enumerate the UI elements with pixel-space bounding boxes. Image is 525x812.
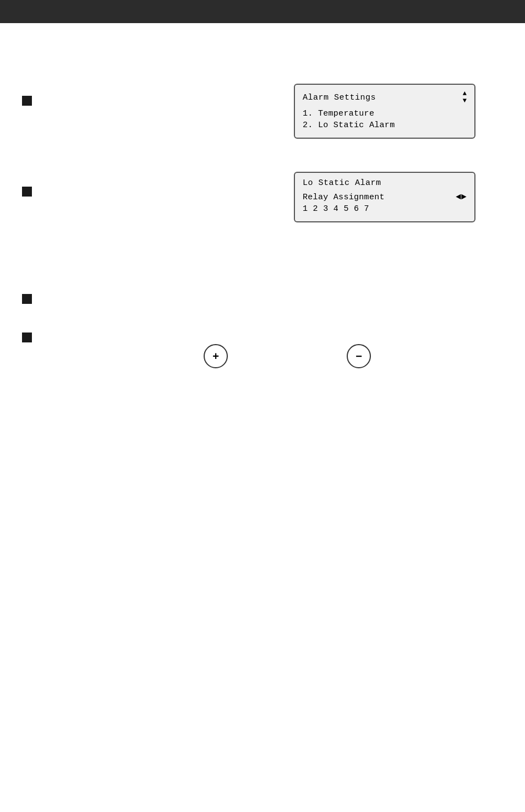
bullet-item-3 [22, 293, 37, 304]
plus-button[interactable]: + [204, 344, 228, 368]
minus-icon: − [356, 350, 362, 363]
bullet-square-1 [22, 96, 32, 106]
minus-button[interactable]: − [347, 344, 371, 368]
bullet-square-3 [22, 294, 32, 304]
lcd-row1-text: Temperature [313, 109, 375, 118]
lcd-bottom-title: Lo Static Alarm [303, 178, 381, 188]
scroll-down-arrow: ▼ [463, 97, 467, 105]
plus-icon: + [212, 350, 219, 363]
bullet-square-4 [22, 333, 32, 342]
lcd-top-header-row: Alarm Settings ▲ ▼ [303, 90, 467, 105]
lcd-top-row1: 1. Temperature [303, 109, 467, 118]
lcd-row2-text: Lo Static Alarm [313, 121, 395, 130]
relay-assignment-label: Relay Assignment [303, 193, 385, 202]
header-bar [0, 0, 525, 23]
scroll-arrows: ▲ ▼ [463, 90, 467, 105]
bullet-item-4 [22, 331, 37, 342]
lcd-bottom-row3: 1 2 3 4 5 6 7 [303, 204, 467, 214]
lcd-top-title: Alarm Settings [303, 93, 376, 102]
bullet-square-2 [22, 187, 32, 197]
lcd-row1-num: 1. [303, 109, 313, 118]
lcd-row2-num: 2. [303, 121, 313, 130]
lcd-bottom-row2: Relay Assignment ◄► [303, 192, 467, 202]
lcd-display-bottom: Lo Static Alarm Relay Assignment ◄► 1 2 … [294, 172, 475, 222]
lcd-bottom-header-row: Lo Static Alarm [303, 178, 467, 188]
lcd-display-top: Alarm Settings ▲ ▼ 1. Temperature 2. Lo … [294, 84, 475, 139]
bullet-item-1 [22, 95, 37, 106]
lr-arrows: ◄► [456, 192, 467, 202]
lcd-top-row2: 2. Lo Static Alarm [303, 121, 467, 130]
page-content: Alarm Settings ▲ ▼ 1. Temperature 2. Lo … [0, 23, 525, 810]
bullet-item-2 [22, 186, 37, 197]
